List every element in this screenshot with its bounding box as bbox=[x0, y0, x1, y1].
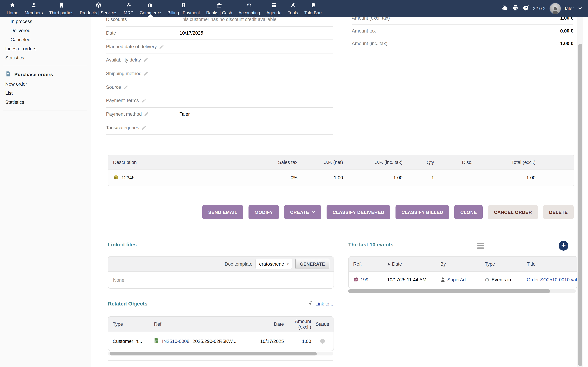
modify-button[interactable]: MODIFY bbox=[249, 205, 279, 219]
avatar[interactable] bbox=[549, 3, 561, 14]
amount-tax-row: Amount tax 0.00 € bbox=[352, 25, 573, 37]
add-event-button[interactable] bbox=[559, 241, 568, 250]
section-divider bbox=[108, 360, 333, 361]
event-author-link[interactable]: SuperAd... bbox=[447, 277, 470, 283]
clone-button[interactable]: CLONE bbox=[454, 205, 483, 219]
sidebar-item-purchase-statistics[interactable]: Statistics bbox=[0, 98, 91, 107]
nav-item-talerbarr[interactable]: TalerBarr bbox=[301, 0, 325, 17]
amounts-summary: Amount (excl. tax) 1.00 € Amount tax 0.0… bbox=[352, 12, 573, 50]
nav-item-home[interactable]: Home bbox=[3, 0, 22, 17]
related-amount: 1.00 bbox=[284, 339, 311, 344]
send-email-button[interactable]: SEND EMAIL bbox=[202, 205, 243, 219]
user-silhouette-icon bbox=[440, 277, 445, 283]
form-row-tags-categories: Tags/categories bbox=[106, 121, 333, 134]
edit-pencil-icon[interactable] bbox=[141, 98, 146, 103]
nav-items: Home Members Third parties Products | Se… bbox=[0, 0, 325, 17]
edit-pencil-icon[interactable] bbox=[159, 44, 164, 49]
calendar-icon bbox=[271, 2, 277, 9]
related-date: 10/17/2025 bbox=[250, 339, 284, 344]
classify-billed-button[interactable]: CLASSIFY BILLED bbox=[396, 205, 449, 219]
edit-pencil-icon[interactable] bbox=[141, 125, 147, 130]
nav-item-products-services[interactable]: Products | Services bbox=[77, 0, 121, 17]
sidebar-item-statistics[interactable]: Statistics bbox=[0, 53, 91, 63]
field-label: Payment method bbox=[106, 111, 142, 117]
building-icon bbox=[58, 2, 64, 9]
cubes-cluster-icon bbox=[126, 2, 132, 9]
svg-text:$: $ bbox=[248, 3, 250, 6]
nav-item-banks-cash[interactable]: Banks | Cash bbox=[203, 0, 235, 17]
order-lines-table: Description Sales tax U.P. (net) U.P. (i… bbox=[108, 155, 574, 186]
event-type: Events in... bbox=[492, 277, 515, 283]
event-ref-link[interactable]: 199 bbox=[361, 277, 368, 283]
list-menu-icon[interactable] bbox=[477, 243, 484, 250]
related-scrollbar-thumb[interactable] bbox=[110, 352, 317, 355]
cube-icon bbox=[95, 2, 102, 9]
magnifier-dollar-icon: $ bbox=[246, 2, 252, 9]
link-to-action[interactable]: Link to... bbox=[108, 300, 333, 307]
create-dropdown-button[interactable]: CREATE bbox=[284, 205, 321, 219]
version-label: 22.0.2 bbox=[533, 6, 545, 11]
related-horizontal-scrollbar[interactable] bbox=[108, 352, 333, 355]
generate-button[interactable]: GENERATE bbox=[295, 259, 329, 269]
chevron-down-icon[interactable] bbox=[578, 5, 582, 12]
bank-icon bbox=[216, 2, 222, 9]
events-scrollbar-thumb[interactable] bbox=[348, 289, 550, 293]
related-type: Customer in... bbox=[108, 339, 154, 344]
sidebar-section-purchase-orders[interactable]: Purchase orders bbox=[0, 69, 91, 80]
event-date: 10/17/25 11:44 AM bbox=[387, 277, 440, 283]
field-label: Planned date of delivery bbox=[106, 44, 157, 49]
nav-item-members[interactable]: Members bbox=[22, 0, 46, 17]
classify-delivered-button[interactable]: CLASSIFY DELIVERED bbox=[327, 205, 390, 219]
help-icon[interactable]: ? bbox=[522, 5, 529, 13]
nav-item-accounting[interactable]: $ Accounting bbox=[235, 0, 263, 17]
status-badge bbox=[320, 339, 325, 344]
product-cube-icon bbox=[113, 175, 119, 181]
discounts-value: This customer has no discount credit ava… bbox=[180, 17, 277, 22]
nav-item-billing-payment[interactable]: Billing | Payment bbox=[164, 0, 203, 17]
form-row-date: Date 10/17/2025 bbox=[106, 26, 333, 40]
printer-icon[interactable] bbox=[512, 5, 519, 13]
nav-item-tools[interactable]: Tools bbox=[285, 0, 301, 17]
nav-item-agenda[interactable]: Agenda bbox=[263, 0, 285, 17]
events-table: Ref. Date By Type Title 199 10/17/25 11:… bbox=[348, 256, 578, 288]
cancel-order-button[interactable]: CANCEL ORDER bbox=[488, 205, 538, 219]
edit-pencil-icon[interactable] bbox=[144, 111, 149, 117]
sidebar-item-new-order[interactable]: New order bbox=[0, 80, 91, 89]
delete-button[interactable]: DELETE bbox=[543, 205, 574, 219]
sidebar-item-lines-of-orders[interactable]: Lines of orders bbox=[0, 44, 91, 53]
sidebar-item-delivered[interactable]: Delivered bbox=[0, 26, 91, 35]
gear-icon: ⚙ bbox=[485, 277, 490, 283]
form-row-payment-method: Payment method Taler bbox=[106, 108, 333, 121]
field-label: Discounts bbox=[106, 17, 127, 22]
edit-pencil-icon[interactable] bbox=[123, 84, 129, 90]
form-row-payment-terms: Payment Terms bbox=[106, 94, 333, 108]
edit-pencil-icon[interactable] bbox=[143, 58, 148, 63]
bug-icon[interactable] bbox=[501, 5, 508, 13]
user-menu[interactable]: taler bbox=[565, 6, 574, 11]
invoice-icon: $ bbox=[154, 338, 159, 345]
nav-item-third-parties[interactable]: Third parties bbox=[46, 0, 77, 17]
select-caret-icon: ▾ bbox=[287, 262, 289, 266]
events-horizontal-scrollbar[interactable] bbox=[348, 289, 576, 293]
date-value: 10/17/2025 bbox=[180, 30, 203, 36]
event-title-link[interactable]: Order SO2510-0010 validate bbox=[527, 277, 577, 283]
doc-template-select[interactable]: eratosthene ▾ bbox=[256, 259, 292, 269]
related-object-row: Customer in... $ IN2510-0008 2025.290-02… bbox=[108, 332, 334, 350]
form-row-source: Source bbox=[106, 81, 333, 94]
invoice-ref-extra: 2025.290-02R5KW... bbox=[192, 339, 236, 344]
edit-pencil-icon[interactable] bbox=[144, 71, 149, 76]
vertical-scrollbar-thumb[interactable] bbox=[578, 44, 582, 366]
sidebar-item-in-process[interactable]: In process bbox=[0, 17, 91, 26]
field-label: Availability delay bbox=[106, 58, 141, 63]
vertical-scrollbar[interactable] bbox=[577, 17, 583, 367]
sidebar-item-list[interactable]: List bbox=[0, 89, 91, 98]
svg-text:$: $ bbox=[155, 341, 156, 343]
related-objects-header: Type Ref. Date Amount (excl.) Status bbox=[108, 317, 334, 332]
nav-item-commerce[interactable]: Commerce bbox=[137, 0, 164, 17]
doc-template-label: Doc template bbox=[225, 261, 252, 267]
sidebar-item-canceled[interactable]: Canceled bbox=[0, 35, 91, 44]
sort-by-date-header[interactable]: Date bbox=[387, 261, 440, 267]
document-icon bbox=[5, 71, 11, 78]
invoice-ref-link[interactable]: IN2510-0008 bbox=[162, 339, 189, 344]
nav-item-mrp[interactable]: MRP bbox=[121, 0, 137, 17]
